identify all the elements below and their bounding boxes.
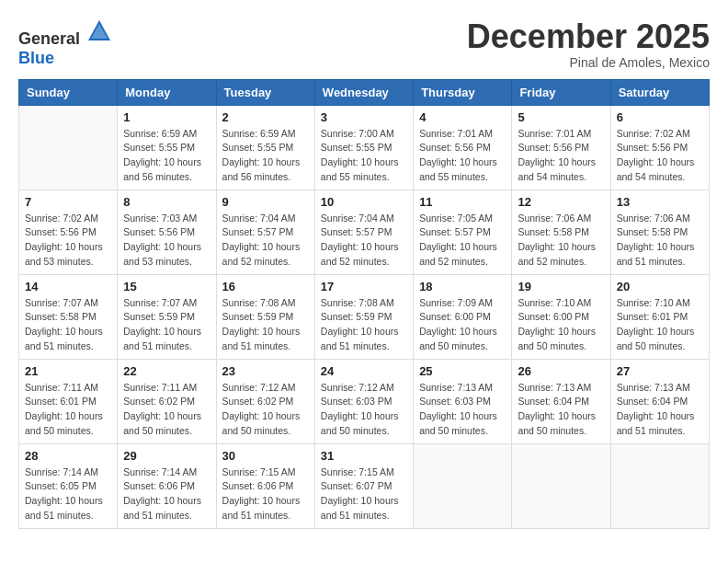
day-info: Sunrise: 7:10 AM Sunset: 6:01 PM Dayligh…: [617, 296, 703, 354]
day-number: 8: [123, 195, 210, 209]
calendar-cell: 28Sunrise: 7:14 AM Sunset: 6:05 PM Dayli…: [19, 443, 118, 528]
day-info: Sunrise: 7:03 AM Sunset: 5:56 PM Dayligh…: [123, 212, 210, 270]
calendar-cell: 9Sunrise: 7:04 AM Sunset: 5:57 PM Daylig…: [216, 190, 314, 274]
calendar-cell: 11Sunrise: 7:05 AM Sunset: 5:57 PM Dayli…: [414, 190, 512, 274]
weekday-header-saturday: Saturday: [610, 79, 709, 105]
day-info: Sunrise: 7:06 AM Sunset: 5:58 PM Dayligh…: [518, 212, 604, 270]
day-number: 25: [419, 364, 506, 378]
calendar-cell: 12Sunrise: 7:06 AM Sunset: 5:58 PM Dayli…: [512, 190, 610, 274]
day-info: Sunrise: 7:04 AM Sunset: 5:57 PM Dayligh…: [321, 212, 407, 270]
week-row-4: 21Sunrise: 7:11 AM Sunset: 6:01 PM Dayli…: [19, 359, 710, 443]
calendar-cell: 8Sunrise: 7:03 AM Sunset: 5:56 PM Daylig…: [118, 190, 216, 274]
weekday-header-monday: Monday: [118, 79, 216, 105]
day-number: 11: [419, 195, 506, 209]
calendar-cell: 22Sunrise: 7:11 AM Sunset: 6:02 PM Dayli…: [118, 359, 216, 443]
calendar-cell: [610, 443, 709, 528]
day-number: 28: [25, 449, 111, 463]
weekday-header-tuesday: Tuesday: [216, 79, 314, 105]
day-info: Sunrise: 7:08 AM Sunset: 5:59 PM Dayligh…: [222, 296, 309, 354]
day-info: Sunrise: 7:07 AM Sunset: 5:59 PM Dayligh…: [123, 296, 210, 354]
calendar-cell: 24Sunrise: 7:12 AM Sunset: 6:03 PM Dayli…: [314, 359, 413, 443]
calendar-cell: 13Sunrise: 7:06 AM Sunset: 5:58 PM Dayli…: [610, 190, 709, 274]
day-number: 4: [419, 110, 506, 124]
day-number: 24: [321, 364, 407, 378]
day-info: Sunrise: 7:02 AM Sunset: 5:56 PM Dayligh…: [25, 212, 111, 270]
day-info: Sunrise: 6:59 AM Sunset: 5:55 PM Dayligh…: [222, 127, 309, 185]
page-header: General Blue December 2025 Pinal de Amol…: [18, 18, 710, 70]
day-info: Sunrise: 7:08 AM Sunset: 5:59 PM Dayligh…: [321, 296, 407, 354]
weekday-header-thursday: Thursday: [414, 79, 512, 105]
calendar-cell: 17Sunrise: 7:08 AM Sunset: 5:59 PM Dayli…: [314, 274, 413, 359]
day-info: Sunrise: 7:01 AM Sunset: 5:56 PM Dayligh…: [419, 127, 506, 185]
day-number: 2: [222, 110, 309, 124]
day-number: 23: [222, 364, 309, 378]
title-block: December 2025 Pinal de Amoles, Mexico: [467, 18, 710, 70]
day-info: Sunrise: 7:13 AM Sunset: 6:04 PM Dayligh…: [518, 381, 604, 439]
day-number: 20: [617, 280, 703, 293]
day-info: Sunrise: 7:06 AM Sunset: 5:58 PM Dayligh…: [617, 212, 703, 270]
calendar-cell: 29Sunrise: 7:14 AM Sunset: 6:06 PM Dayli…: [118, 443, 216, 528]
calendar-cell: 19Sunrise: 7:10 AM Sunset: 6:00 PM Dayli…: [512, 274, 610, 359]
calendar-cell: 5Sunrise: 7:01 AM Sunset: 5:56 PM Daylig…: [512, 105, 610, 190]
day-number: 31: [321, 449, 407, 463]
day-info: Sunrise: 7:00 AM Sunset: 5:55 PM Dayligh…: [321, 127, 407, 185]
logo-general: General: [18, 29, 80, 48]
day-number: 29: [123, 449, 210, 463]
day-info: Sunrise: 7:05 AM Sunset: 5:57 PM Dayligh…: [419, 212, 506, 270]
week-row-2: 7Sunrise: 7:02 AM Sunset: 5:56 PM Daylig…: [19, 190, 710, 274]
calendar-cell: 1Sunrise: 6:59 AM Sunset: 5:55 PM Daylig…: [118, 105, 216, 190]
calendar-cell: 2Sunrise: 6:59 AM Sunset: 5:55 PM Daylig…: [216, 105, 314, 190]
day-number: 18: [419, 280, 506, 293]
calendar-cell: 3Sunrise: 7:00 AM Sunset: 5:55 PM Daylig…: [314, 105, 413, 190]
day-number: 9: [222, 195, 309, 209]
calendar-table: SundayMondayTuesdayWednesdayThursdayFrid…: [18, 79, 710, 529]
day-number: 27: [617, 364, 703, 378]
logo-blue: Blue: [18, 49, 54, 67]
day-number: 3: [321, 110, 407, 124]
day-info: Sunrise: 7:11 AM Sunset: 6:02 PM Dayligh…: [123, 381, 210, 439]
day-info: Sunrise: 7:10 AM Sunset: 6:00 PM Dayligh…: [518, 296, 604, 354]
day-number: 1: [123, 110, 210, 124]
calendar-cell: 6Sunrise: 7:02 AM Sunset: 5:56 PM Daylig…: [610, 105, 709, 190]
day-info: Sunrise: 7:12 AM Sunset: 6:03 PM Dayligh…: [321, 381, 407, 439]
calendar-cell: 14Sunrise: 7:07 AM Sunset: 5:58 PM Dayli…: [19, 274, 118, 359]
week-row-3: 14Sunrise: 7:07 AM Sunset: 5:58 PM Dayli…: [19, 274, 710, 359]
day-number: 26: [518, 364, 604, 378]
day-number: 21: [25, 364, 111, 378]
weekday-header-friday: Friday: [512, 79, 610, 105]
logo-icon: [86, 18, 112, 44]
day-info: Sunrise: 7:09 AM Sunset: 6:00 PM Dayligh…: [419, 296, 506, 354]
calendar-cell: [414, 443, 512, 528]
weekday-header-wednesday: Wednesday: [314, 79, 413, 105]
calendar-cell: 23Sunrise: 7:12 AM Sunset: 6:02 PM Dayli…: [216, 359, 314, 443]
day-info: Sunrise: 7:13 AM Sunset: 6:04 PM Dayligh…: [617, 381, 703, 439]
day-number: 19: [518, 280, 604, 293]
calendar-cell: 16Sunrise: 7:08 AM Sunset: 5:59 PM Dayli…: [216, 274, 314, 359]
calendar-cell: 26Sunrise: 7:13 AM Sunset: 6:04 PM Dayli…: [512, 359, 610, 443]
day-number: 14: [25, 280, 111, 293]
day-info: Sunrise: 7:15 AM Sunset: 6:07 PM Dayligh…: [321, 465, 407, 523]
day-number: 22: [123, 364, 210, 378]
day-info: Sunrise: 7:13 AM Sunset: 6:03 PM Dayligh…: [419, 381, 506, 439]
day-info: Sunrise: 7:15 AM Sunset: 6:06 PM Dayligh…: [222, 465, 309, 523]
day-info: Sunrise: 7:07 AM Sunset: 5:58 PM Dayligh…: [25, 296, 111, 354]
day-info: Sunrise: 7:11 AM Sunset: 6:01 PM Dayligh…: [25, 381, 111, 439]
calendar-cell: 27Sunrise: 7:13 AM Sunset: 6:04 PM Dayli…: [610, 359, 709, 443]
weekday-header-sunday: Sunday: [19, 79, 118, 105]
calendar-cell: 25Sunrise: 7:13 AM Sunset: 6:03 PM Dayli…: [414, 359, 512, 443]
day-number: 16: [222, 280, 309, 293]
month-title: December 2025: [467, 18, 710, 55]
day-number: 30: [222, 449, 309, 463]
day-number: 13: [617, 195, 703, 209]
day-info: Sunrise: 7:02 AM Sunset: 5:56 PM Dayligh…: [617, 127, 703, 185]
day-number: 5: [518, 110, 604, 124]
day-info: Sunrise: 7:01 AM Sunset: 5:56 PM Dayligh…: [518, 127, 604, 185]
calendar-cell: 10Sunrise: 7:04 AM Sunset: 5:57 PM Dayli…: [314, 190, 413, 274]
calendar-cell: 20Sunrise: 7:10 AM Sunset: 6:01 PM Dayli…: [610, 274, 709, 359]
weekday-header-row: SundayMondayTuesdayWednesdayThursdayFrid…: [19, 79, 710, 105]
calendar-cell: 31Sunrise: 7:15 AM Sunset: 6:07 PM Dayli…: [314, 443, 413, 528]
day-info: Sunrise: 6:59 AM Sunset: 5:55 PM Dayligh…: [123, 127, 210, 185]
day-info: Sunrise: 7:14 AM Sunset: 6:06 PM Dayligh…: [123, 465, 210, 523]
day-number: 6: [617, 110, 703, 124]
week-row-1: 1Sunrise: 6:59 AM Sunset: 5:55 PM Daylig…: [19, 105, 710, 190]
